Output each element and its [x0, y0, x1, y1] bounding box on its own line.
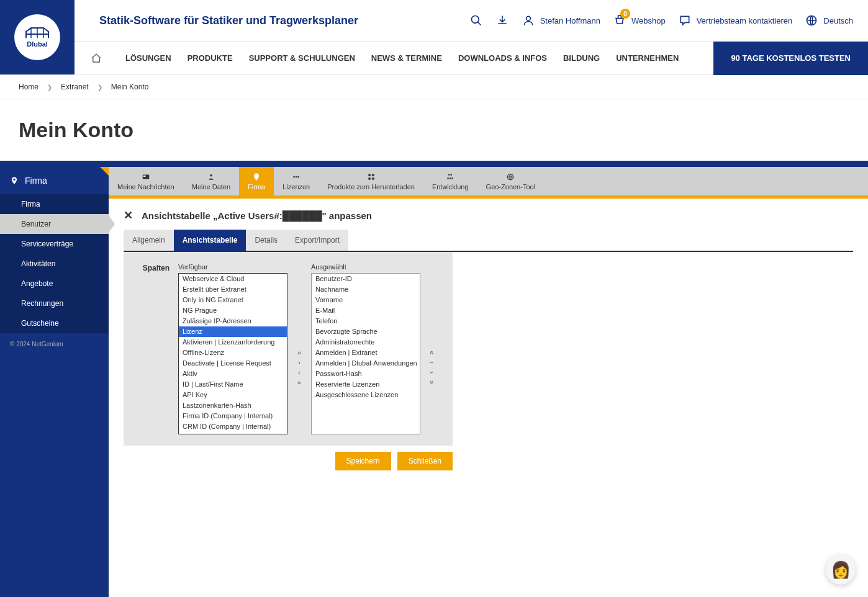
- svg-rect-15: [372, 174, 374, 176]
- tab-icon: [445, 173, 455, 182]
- contact-label: Vertriebsteam kontaktieren: [697, 16, 793, 25]
- section-tab[interactable]: Meine Nachrichten: [109, 167, 183, 195]
- list-item[interactable]: Only in NG Extranet: [179, 295, 287, 305]
- list-item[interactable]: Anmelden | Dlubal-Anwendungen: [312, 358, 420, 369]
- list-item[interactable]: Erstellt über Extranet: [179, 284, 287, 295]
- list-item[interactable]: NG Prague: [179, 305, 287, 316]
- cta-trial-button[interactable]: 90 TAGE KOSTENLOS TESTEN: [713, 42, 868, 75]
- nav-item[interactable]: BILDUNG: [556, 42, 607, 74]
- sidebar-item[interactable]: Rechnungen: [0, 294, 109, 313]
- search-icon[interactable]: [469, 14, 483, 27]
- list-item[interactable]: Passwort-Hash: [312, 369, 420, 379]
- close-button[interactable]: Schließen: [397, 452, 453, 470]
- breadcrumb-item[interactable]: Home: [19, 83, 38, 91]
- move-all-right-button[interactable]: »: [294, 348, 305, 357]
- logo[interactable]: Dlubal: [0, 0, 75, 74]
- svg-rect-19: [451, 174, 452, 175]
- sidebar-item[interactable]: Aktivitäten: [0, 254, 109, 274]
- list-item[interactable]: CRM ID (Company | Internal): [179, 421, 287, 432]
- nav-item[interactable]: LÖSUNGEN: [118, 42, 179, 74]
- section-tab[interactable]: Entwicklung: [423, 167, 477, 195]
- svg-rect-16: [368, 177, 371, 180]
- section-tab[interactable]: Lizenzen: [274, 167, 319, 195]
- list-item[interactable]: Offline-Lizenz: [179, 348, 287, 358]
- chevron-right-icon: ❯: [47, 84, 52, 91]
- section-tab[interactable]: Firma: [239, 167, 274, 195]
- list-item[interactable]: Deactivate | License Request: [179, 358, 287, 369]
- move-right-button[interactable]: ›: [294, 358, 305, 367]
- list-item[interactable]: Telefon: [312, 316, 420, 326]
- list-item[interactable]: E-Mail: [312, 305, 420, 316]
- move-left-button[interactable]: ‹: [294, 368, 305, 377]
- selected-list[interactable]: Benutzer-IDNachnameVornameE-MailTelefonB…: [311, 273, 420, 434]
- list-item[interactable]: Vorname: [312, 295, 420, 305]
- home-icon[interactable]: [87, 53, 106, 64]
- tab-icon: [206, 173, 216, 182]
- list-item[interactable]: CRM URL (Company | Internal): [179, 432, 287, 434]
- breadcrumb-item[interactable]: Extranet: [61, 83, 89, 91]
- nav-item[interactable]: NEWS & TERMINE: [364, 42, 450, 74]
- available-list[interactable]: Webservice & CloudErstellt über Extranet…: [178, 273, 287, 434]
- sidebar-item[interactable]: Benutzer: [0, 214, 109, 234]
- svg-rect-21: [450, 177, 451, 179]
- list-item[interactable]: Administratorrechte: [312, 337, 420, 348]
- nav-item[interactable]: SUPPORT & SCHULUNGEN: [242, 42, 363, 74]
- inner-tabs: AllgemeinAnsichtstabelleDetailsExport/Im…: [124, 230, 853, 252]
- list-item[interactable]: API Key: [179, 390, 287, 400]
- sidebar-item[interactable]: Gutscheine: [0, 313, 109, 333]
- list-item[interactable]: Anmelden | Extranet: [312, 348, 420, 358]
- list-item[interactable]: Ausgeschlossene Lizenzen: [312, 390, 420, 400]
- inner-tab[interactable]: Details: [246, 230, 286, 251]
- list-item[interactable]: Zulässige IP-Adressen: [179, 316, 287, 326]
- breadcrumb: Home❯Extranet❯Mein Konto: [0, 75, 868, 99]
- tab-icon: [251, 173, 261, 182]
- tab-label: Meine Nachrichten: [117, 183, 174, 191]
- chat-icon: [678, 14, 692, 27]
- sidebar-item[interactable]: Serviceverträge: [0, 234, 109, 254]
- inner-tab[interactable]: Ansichtstabelle: [174, 230, 246, 251]
- list-item[interactable]: Lastzonenkarten-Hash: [179, 400, 287, 411]
- list-item[interactable]: Aktivieren | Lizenzanforderung: [179, 337, 287, 348]
- save-button[interactable]: Speichern: [335, 452, 391, 470]
- sidebar-header[interactable]: Firma: [0, 167, 109, 194]
- svg-point-6: [526, 16, 530, 20]
- close-icon[interactable]: ✕: [124, 209, 133, 222]
- section-tab[interactable]: Geo-Zonen-Tool: [477, 167, 545, 195]
- user-menu[interactable]: Stefan Hoffmann: [522, 14, 600, 27]
- list-item[interactable]: Firma ID (Company | Internal): [179, 411, 287, 421]
- svg-rect-9: [143, 175, 146, 176]
- available-label: Verfügbar: [178, 263, 287, 273]
- list-item[interactable]: Aktiv: [179, 369, 287, 379]
- list-item[interactable]: Reservierte Lizenzen: [312, 379, 420, 390]
- sidebar-item[interactable]: Angebote: [0, 274, 109, 294]
- list-item[interactable]: Lizenz: [179, 326, 287, 337]
- svg-rect-13: [298, 176, 299, 177]
- list-item[interactable]: Bevorzugte Sprache: [312, 326, 420, 337]
- section-tab[interactable]: Produkte zum Herunterladen: [319, 167, 423, 195]
- download-icon[interactable]: [495, 14, 509, 27]
- list-item[interactable]: ID | Last/First Name: [179, 379, 287, 390]
- webshop-label: Webshop: [631, 16, 666, 25]
- header: Dlubal Statik-Software für Statiker und …: [0, 0, 868, 75]
- chat-bubble[interactable]: 👩: [826, 555, 856, 585]
- nav-item[interactable]: UNTERNEHMEN: [608, 42, 686, 74]
- sidebar-item[interactable]: Firma: [0, 194, 109, 214]
- inner-tab[interactable]: Allgemein: [124, 230, 174, 251]
- move-bottom-button[interactable]: »: [428, 377, 436, 388]
- language-switch[interactable]: Deutsch: [805, 14, 853, 27]
- logo-text: Dlubal: [27, 40, 48, 48]
- inner-tab[interactable]: Export/Import: [286, 230, 348, 251]
- svg-point-4: [471, 16, 479, 24]
- contact-link[interactable]: Vertriebsteam kontaktieren: [678, 14, 793, 27]
- move-all-left-button[interactable]: «: [294, 378, 305, 387]
- nav-item[interactable]: PRODUKTE: [180, 42, 240, 74]
- list-item[interactable]: Webservice & Cloud: [179, 274, 287, 284]
- tab-label: Firma: [248, 183, 265, 191]
- list-item[interactable]: Benutzer-ID: [312, 274, 420, 284]
- section-tabs: Meine NachrichtenMeine DatenFirmaLizenze…: [109, 167, 868, 195]
- webshop-link[interactable]: 0 Webshop: [613, 14, 666, 27]
- breadcrumb-item[interactable]: Mein Konto: [111, 83, 149, 91]
- nav-item[interactable]: DOWNLOADS & INFOS: [451, 42, 554, 74]
- list-item[interactable]: Nachname: [312, 284, 420, 295]
- section-tab[interactable]: Meine Daten: [183, 167, 239, 195]
